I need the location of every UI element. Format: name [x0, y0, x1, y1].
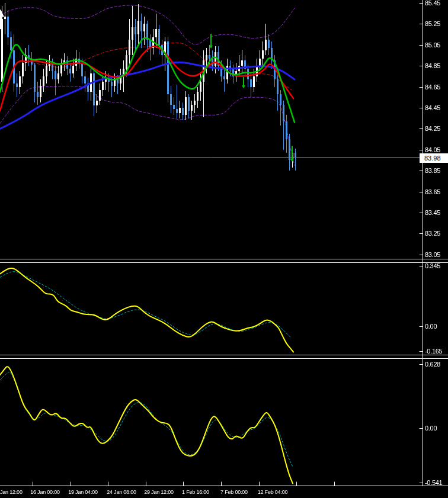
price-axis-label: 84.85 — [425, 62, 440, 69]
bid-price-value: 83.98 — [424, 155, 441, 162]
indicator1-axis-label: -0.165 — [425, 348, 442, 355]
time-axis-label: 7 Feb 00:00 — [220, 489, 248, 495]
indicator1-axis-label: 0.00 — [425, 323, 437, 330]
indicator1-axis-label: 0.345 — [425, 262, 440, 269]
bid-price-box: 83.98 — [420, 153, 448, 163]
time-axis-label: 29 Jan 12:00 — [144, 489, 174, 495]
indicator2-axis-label: 0.628 — [425, 361, 440, 368]
indicator2-axis-label: -0.541 — [425, 479, 442, 486]
price-axis-label: 83.25 — [425, 230, 440, 237]
price-axis-label: 83.85 — [425, 167, 440, 174]
price-axis-label: 85.05 — [425, 41, 440, 49]
time-axis-label: 1 Feb 16:00 — [182, 489, 209, 495]
time-axis-label: Jan 12:00 — [0, 489, 23, 495]
price-axis-label: 85.45 — [425, 0, 440, 7]
price-axis-label: 85.25 — [425, 20, 440, 27]
price-axis-label: 84.25 — [425, 125, 440, 132]
price-axis-label: 83.05 — [425, 251, 440, 258]
price-axis-label: 83.45 — [425, 209, 440, 216]
time-axis-label: 19 Jan 04:00 — [68, 489, 98, 495]
price-axis-label: 84.45 — [425, 104, 440, 111]
price-axis-label: 83.65 — [425, 188, 440, 195]
time-axis-label: 12 Feb 04:00 — [258, 489, 288, 495]
indicator2-axis-label: 0.00 — [425, 425, 437, 432]
price-axis-label: 84.05 — [425, 146, 440, 153]
time-axis-label: 24 Jan 08:00 — [107, 489, 136, 495]
time-axis-label: 16 Jan 00:00 — [30, 489, 60, 495]
metatrader-chart-window: 85.4585.2585.0584.8584.6584.4584.2584.05… — [0, 0, 448, 498]
chart-canvas[interactable] — [0, 0, 448, 498]
price-axis-label: 84.65 — [425, 83, 440, 91]
